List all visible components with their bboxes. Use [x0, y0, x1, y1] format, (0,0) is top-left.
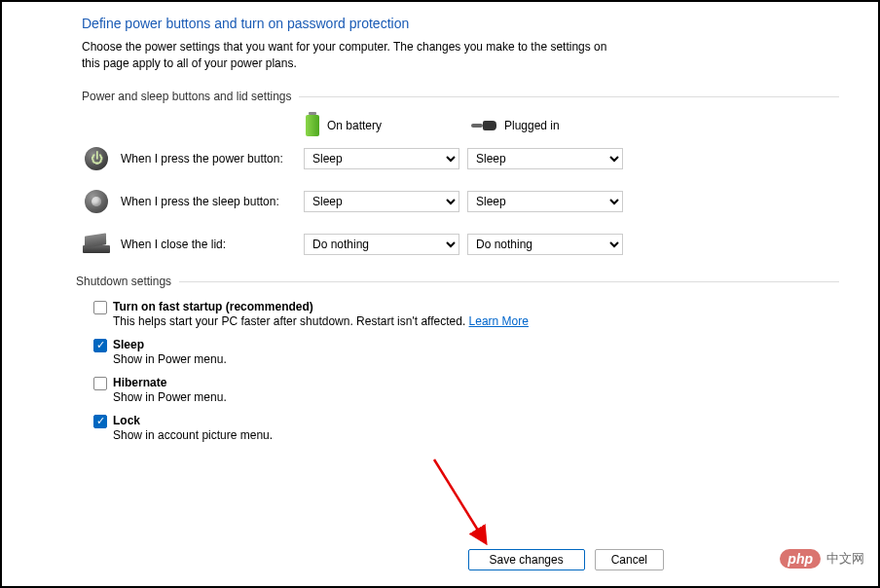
- fast-startup-label: Turn on fast startup (recommended): [113, 300, 839, 313]
- watermark: php 中文网: [780, 549, 864, 569]
- hibernate-checkbox[interactable]: [93, 377, 107, 390]
- fast-startup-desc: This helps start your PC faster after sh…: [113, 314, 839, 328]
- page-subtitle: Choose the power settings that you want …: [82, 39, 627, 72]
- lock-label: Lock: [113, 414, 839, 427]
- power-button-icon: [82, 146, 111, 171]
- power-button-battery-select[interactable]: Sleep: [304, 148, 459, 169]
- lid-label: When I close the lid:: [121, 238, 304, 251]
- sleep-button-label: When I press the sleep button:: [121, 195, 304, 208]
- sleep-button-icon: [82, 189, 111, 214]
- battery-column-header: On battery: [306, 115, 471, 136]
- sleep-label: Sleep: [113, 338, 839, 351]
- lid-row: ↘ When I close the lid: Do nothing Do no…: [82, 232, 839, 257]
- lock-row: ✓ Lock Show in account picture menu.: [76, 414, 839, 450]
- shutdown-section-label: Shutdown settings: [76, 275, 839, 288]
- svg-line-0: [434, 459, 485, 541]
- cancel-button[interactable]: Cancel: [595, 549, 664, 570]
- lock-desc: Show in account picture menu.: [113, 428, 839, 442]
- lid-plugged-select[interactable]: Do nothing: [467, 234, 623, 255]
- save-button[interactable]: Save changes: [468, 549, 585, 570]
- fast-startup-row: Turn on fast startup (recommended) This …: [76, 300, 839, 336]
- page-title: Define power buttons and turn on passwor…: [82, 16, 839, 31]
- column-headers: On battery Plugged in: [82, 115, 839, 136]
- battery-icon: [306, 115, 319, 136]
- hibernate-row: Hibernate Show in Power menu.: [76, 376, 839, 412]
- sleep-button-plugged-select[interactable]: Sleep: [467, 191, 623, 212]
- battery-label: On battery: [327, 119, 382, 132]
- sleep-desc: Show in Power menu.: [113, 352, 839, 366]
- php-badge-icon: php: [780, 549, 821, 569]
- sleep-row: ✓ Sleep Show in Power menu.: [76, 338, 839, 374]
- sleep-button-row: When I press the sleep button: Sleep Sle…: [82, 189, 839, 214]
- sleep-checkbox[interactable]: ✓: [93, 339, 107, 352]
- power-button-plugged-select[interactable]: Sleep: [467, 148, 623, 169]
- learn-more-link[interactable]: Learn More: [469, 314, 529, 328]
- plug-icon: [471, 119, 496, 132]
- sleep-button-battery-select[interactable]: Sleep: [304, 191, 459, 212]
- power-button-row: When I press the power button: Sleep Sle…: [82, 146, 839, 171]
- fast-startup-checkbox[interactable]: [93, 301, 107, 314]
- lid-battery-select[interactable]: Do nothing: [304, 234, 459, 255]
- button-row: Save changes Cancel: [468, 549, 664, 570]
- lid-icon: ↘: [82, 232, 111, 257]
- hibernate-desc: Show in Power menu.: [113, 390, 839, 404]
- power-button-label: When I press the power button:: [121, 152, 304, 165]
- hibernate-label: Hibernate: [113, 376, 839, 389]
- plugged-label: Plugged in: [504, 119, 560, 132]
- lock-checkbox[interactable]: ✓: [93, 415, 107, 428]
- plugged-column-header: Plugged in: [471, 115, 637, 136]
- annotation-arrow-icon: [430, 456, 498, 553]
- power-section-label: Power and sleep buttons and lid settings: [82, 90, 839, 103]
- watermark-text: 中文网: [826, 550, 864, 568]
